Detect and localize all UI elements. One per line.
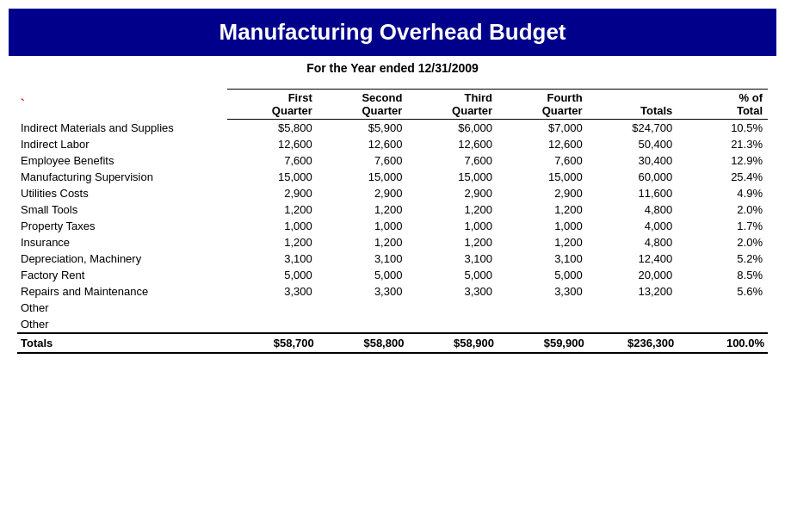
row-5-q2: 1,200 (318, 201, 408, 218)
row-1-q4: 12,600 (498, 136, 588, 152)
totals-q4: $59,900 (498, 333, 588, 353)
row-4-q2: 2,900 (318, 185, 408, 201)
totals-q2: $58,800 (318, 333, 408, 353)
row-3-totals: 60,000 (588, 169, 678, 185)
row-4-label: Utilities Costs (17, 185, 227, 201)
row-8-q2: 3,100 (318, 251, 408, 267)
totals-label: Totals (17, 333, 227, 353)
table-row: Other (17, 316, 768, 333)
row-7-label: Insurance (17, 234, 227, 251)
row-3-q1: 15,000 (227, 169, 318, 185)
table-row: Other (17, 300, 768, 316)
row-10-q4: 3,300 (498, 283, 588, 300)
row-4-q4: 2,900 (498, 185, 588, 201)
row-9-totals: 20,000 (588, 267, 678, 283)
row-2-q2: 7,600 (318, 152, 408, 169)
row-5-totals: 4,800 (588, 201, 678, 218)
tick-cell: ` (17, 90, 227, 120)
table-row: Utilities Costs2,9002,9002,9002,90011,60… (17, 185, 768, 201)
row-5-q1: 1,200 (227, 201, 318, 218)
row-1-label: Indirect Labor (17, 136, 227, 152)
row-5-label: Small Tools (17, 201, 227, 218)
row-6-q2: 1,000 (318, 218, 408, 234)
table-row: Factory Rent5,0005,0005,0005,00020,0008.… (17, 267, 768, 283)
table-row: Depreciation, Machinery3,1003,1003,1003,… (17, 251, 768, 267)
row-2-q3: 7,600 (407, 152, 498, 169)
totals-pct: 100.0% (677, 333, 768, 353)
row-4-totals: 11,600 (588, 185, 678, 201)
row-10-q3: 3,300 (407, 283, 498, 300)
row-2-q1: 7,600 (227, 152, 318, 169)
page-title: Manufacturing Overhead Budget (9, 9, 776, 56)
row-8-q4: 3,100 (498, 251, 588, 267)
row-2-pct: 12.9% (677, 152, 768, 169)
tick-mark: ` (21, 97, 25, 111)
row-12-q3 (407, 316, 498, 333)
row-9-q3: 5,000 (407, 267, 498, 283)
row-3-pct: 25.4% (677, 169, 768, 185)
table-row: Small Tools1,2001,2001,2001,2004,8002.0% (17, 201, 768, 218)
totals-q1: $58,700 (227, 333, 318, 353)
row-9-q4: 5,000 (498, 267, 588, 283)
row-8-pct: 5.2% (677, 251, 768, 267)
row-9-q1: 5,000 (227, 267, 318, 283)
row-5-q3: 1,200 (407, 201, 498, 218)
table-row: Repairs and Maintenance3,3003,3003,3003,… (17, 283, 768, 300)
table-row: Insurance1,2001,2001,2001,2004,8002.0% (17, 234, 768, 251)
row-9-q2: 5,000 (318, 267, 408, 283)
row-3-label: Manufacturing Supervision (17, 169, 227, 185)
row-7-q1: 1,200 (227, 234, 318, 251)
row-12-q1 (227, 316, 318, 333)
header-q4: FourthQuarter (498, 90, 588, 120)
row-12-totals (588, 316, 678, 333)
row-5-q4: 1,200 (498, 201, 588, 218)
row-8-q3: 3,100 (407, 251, 498, 267)
row-11-q4 (498, 300, 588, 316)
header-q2: SecondQuarter (318, 90, 408, 120)
row-7-q2: 1,200 (318, 234, 408, 251)
row-6-label: Property Taxes (17, 218, 227, 234)
table-row: Manufacturing Supervision15,00015,00015,… (17, 169, 768, 185)
row-9-pct: 8.5% (677, 267, 768, 283)
table-row: Indirect Labor12,60012,60012,60012,60050… (17, 136, 768, 152)
row-3-q2: 15,000 (318, 169, 408, 185)
row-6-q4: 1,000 (498, 218, 588, 234)
row-0-q1: $5,800 (227, 120, 318, 137)
row-1-q2: 12,600 (318, 136, 408, 152)
row-6-q1: 1,000 (227, 218, 318, 234)
row-3-q3: 15,000 (407, 169, 498, 185)
row-1-pct: 21.3% (677, 136, 768, 152)
totals-row: Totals $58,700 $58,800 $58,900 $59,900 $… (17, 333, 768, 353)
row-10-q2: 3,300 (318, 283, 408, 300)
row-2-totals: 30,400 (588, 152, 678, 169)
row-11-q1 (227, 300, 318, 316)
row-0-label: Indirect Materials and Supplies (17, 120, 227, 137)
row-8-label: Depreciation, Machinery (17, 251, 227, 267)
row-5-pct: 2.0% (677, 201, 768, 218)
header-pct: % ofTotal (677, 90, 768, 120)
row-7-q3: 1,200 (407, 234, 498, 251)
row-0-q2: $5,900 (318, 120, 408, 137)
row-7-totals: 4,800 (588, 234, 678, 251)
row-11-label: Other (17, 300, 227, 316)
row-7-q4: 1,200 (498, 234, 588, 251)
row-11-q2 (318, 300, 408, 316)
row-10-label: Repairs and Maintenance (17, 283, 227, 300)
totals-q3: $58,900 (407, 333, 498, 353)
header-totals: Totals (588, 90, 678, 120)
row-7-pct: 2.0% (677, 234, 768, 251)
subtitle: For the Year ended 12/31/2009 (9, 61, 776, 75)
row-1-totals: 50,400 (588, 136, 678, 152)
row-11-totals (588, 300, 678, 316)
row-0-q3: $6,000 (407, 120, 498, 137)
row-0-pct: 10.5% (677, 120, 768, 137)
table-row: Indirect Materials and Supplies$5,800$5,… (17, 120, 768, 137)
row-10-q1: 3,300 (227, 283, 318, 300)
table-row: Property Taxes1,0001,0001,0001,0004,0001… (17, 218, 768, 234)
table-row: Employee Benefits7,6007,6007,6007,60030,… (17, 152, 768, 169)
row-12-q2 (318, 316, 408, 333)
row-2-label: Employee Benefits (17, 152, 227, 169)
row-9-label: Factory Rent (17, 267, 227, 283)
header-q1: FirstQuarter (227, 90, 318, 120)
row-11-q3 (407, 300, 498, 316)
